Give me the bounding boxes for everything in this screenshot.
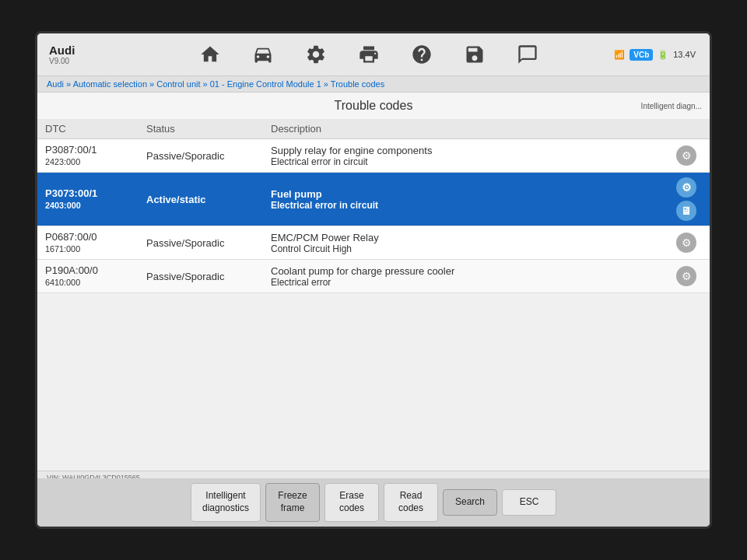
col-header-desc: Description (263, 119, 663, 139)
esc-button[interactable]: ESC (502, 489, 556, 516)
home-icon[interactable] (195, 40, 225, 69)
vc-badge: VCb (630, 49, 653, 61)
status-cell: Active/static (139, 173, 263, 226)
header: Audi V9.00 (37, 33, 710, 76)
desc-cell: EMC/PCM Power Relay Control Circuit High (263, 226, 663, 260)
settings-icon[interactable] (301, 40, 331, 69)
action-cell[interactable]: ⚙ (663, 139, 710, 173)
col-header-status: Status (139, 119, 263, 139)
col-header-action (663, 119, 710, 139)
table-row[interactable]: P3087:00/12423:000 Passive/Sporadic Supp… (37, 139, 710, 173)
read-codes-button[interactable]: Readcodes (384, 483, 438, 521)
search-button[interactable]: Search (443, 489, 497, 516)
table-header-row: DTC Status Description (37, 119, 710, 139)
intelligent-diag-label: Intelligent diagn... (641, 102, 702, 110)
feedback-icon[interactable] (513, 40, 542, 69)
table-row[interactable]: P190A:00/06410:000 Passive/Sporadic Cool… (37, 260, 710, 293)
intelligent-diagnostics-button[interactable]: Intelligentdiagnostics (191, 483, 261, 521)
page-title-bar: Trouble codes Intelligent diagn... (37, 93, 710, 119)
brand-name: Audi (49, 44, 123, 57)
status-cell: Passive/Sporadic (139, 139, 263, 173)
save-icon[interactable] (460, 40, 489, 69)
brand-version: V9.00 (49, 57, 123, 65)
action-cell[interactable]: ⚙ (663, 260, 710, 293)
device-frame: Audi V9.00 (35, 31, 712, 529)
erase-codes-button[interactable]: Erasecodes (324, 483, 379, 521)
gear-button[interactable]: ⚙ (676, 233, 696, 253)
page-title: Trouble codes (335, 99, 413, 112)
print-icon[interactable] (354, 40, 384, 69)
status-cell: Passive/Sporadic (139, 260, 263, 293)
desc-cell: Supply relay for engine components Elect… (263, 139, 663, 173)
freeze-frame-button[interactable]: Freezeframe (265, 483, 320, 521)
nav-icons (123, 40, 614, 69)
battery-voltage: 13.4V (673, 50, 696, 59)
action-cell[interactable]: ⚙ 🖥 (663, 173, 710, 226)
dtc-table: DTC Status Description P3087:00/12423:00… (37, 119, 710, 293)
action-cell[interactable]: ⚙ (663, 226, 710, 260)
dtc-cell: P190A:00/06410:000 (37, 260, 139, 293)
status-cell: Passive/Sporadic (139, 226, 263, 260)
car-diagnostics-icon[interactable] (248, 40, 278, 69)
signal-icon: 📶 (614, 50, 625, 60)
table-row[interactable]: P3073:00/12403:000 Active/static Fuel pu… (37, 173, 710, 226)
dtc-cell: P3073:00/12403:000 (37, 173, 139, 226)
bottom-bar: Intelligentdiagnostics Freezeframe Erase… (37, 478, 710, 527)
table-wrapper: DTC Status Description P3087:00/12423:00… (37, 119, 710, 293)
status-bar: 📶 VCb 🔋 13.4V (614, 49, 702, 61)
help-icon[interactable] (407, 40, 437, 69)
col-header-dtc: DTC (37, 119, 139, 139)
gear-button[interactable]: ⚙ (676, 145, 696, 166)
gear-button[interactable]: ⚙ (676, 266, 696, 286)
dtc-cell: P0687:00/01671:000 (37, 226, 139, 260)
desc-cell: Fuel pump Electrical error in circuit (263, 173, 663, 226)
battery-icon: 🔋 (658, 50, 668, 60)
brand-block: Audi V9.00 (45, 44, 123, 65)
secondary-action-button[interactable]: 🖥 (676, 201, 696, 221)
breadcrumb: Audi » Automatic selection » Control uni… (37, 76, 710, 93)
desc-cell: Coolant pump for charge pressure cooler … (263, 260, 663, 293)
gear-button[interactable]: ⚙ (676, 177, 696, 198)
table-row[interactable]: P0687:00/01671:000 Passive/Sporadic EMC/… (37, 226, 710, 260)
dtc-cell: P3087:00/12423:000 (37, 139, 139, 173)
